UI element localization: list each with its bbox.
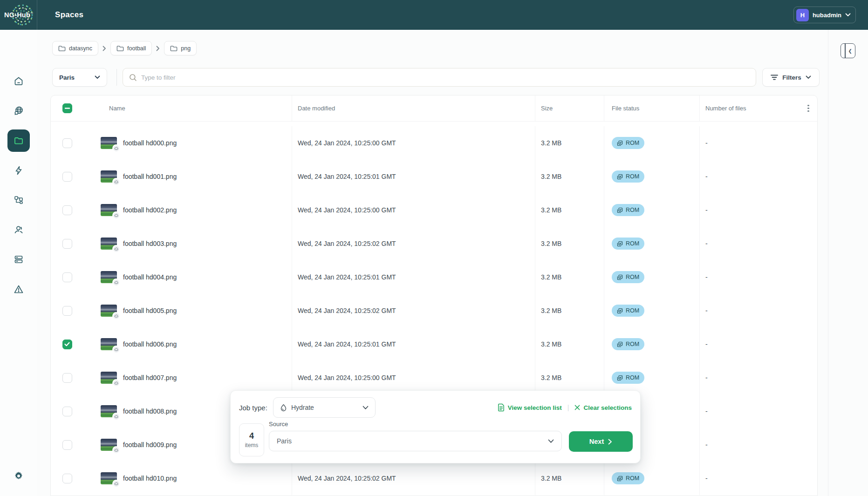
row-checkbox[interactable] bbox=[62, 239, 72, 249]
copy-check-icon bbox=[617, 341, 623, 347]
source-filter-dropdown[interactable]: Paris bbox=[52, 68, 107, 87]
file-name[interactable]: football hd002.png bbox=[123, 206, 177, 214]
file-size: 3.2 MB bbox=[535, 260, 604, 294]
sidebar-item-settings[interactable] bbox=[7, 465, 30, 487]
table-row: football hd010.pngWed, 24 Jan 2024, 10:2… bbox=[51, 462, 817, 495]
file-count: - bbox=[699, 394, 800, 428]
source-value: Paris bbox=[277, 437, 292, 445]
column-header-date-modified[interactable]: Date modified bbox=[298, 105, 335, 112]
sidebar-item-users[interactable] bbox=[7, 218, 30, 241]
users-icon bbox=[13, 224, 24, 235]
file-name[interactable]: football hd006.png bbox=[123, 340, 177, 348]
file-status-label: ROM bbox=[626, 307, 639, 314]
file-status-badge: ROM bbox=[612, 204, 644, 216]
file-size: 3.2 MB bbox=[535, 160, 604, 193]
column-header-number-of-files[interactable]: Number of files bbox=[705, 105, 746, 112]
select-all-checkbox[interactable] bbox=[62, 103, 72, 113]
user-menu[interactable]: H hubadmin bbox=[793, 7, 856, 23]
row-checkbox[interactable] bbox=[62, 172, 72, 182]
table-row: football hd003.pngWed, 24 Jan 2024, 10:2… bbox=[51, 227, 817, 260]
sidebar-item-jobs[interactable] bbox=[7, 159, 30, 182]
file-name[interactable]: football hd005.png bbox=[123, 307, 177, 314]
file-thumbnail bbox=[101, 204, 117, 216]
chevron-right-icon bbox=[608, 439, 612, 445]
row-checkbox[interactable] bbox=[62, 340, 72, 349]
avatar: H bbox=[796, 9, 809, 21]
row-checkbox[interactable] bbox=[62, 205, 72, 215]
file-count: - bbox=[699, 428, 800, 462]
breadcrumb-png[interactable]: png bbox=[164, 41, 197, 55]
row-checkbox[interactable] bbox=[62, 272, 72, 282]
column-header-file-status[interactable]: File status bbox=[612, 105, 639, 112]
search-icon bbox=[129, 74, 137, 82]
file-name[interactable]: football hd004.png bbox=[123, 273, 177, 281]
row-checkbox[interactable] bbox=[62, 440, 72, 450]
breadcrumb-label: football bbox=[127, 45, 146, 52]
row-checkbox[interactable] bbox=[62, 407, 72, 416]
cloud-status-badge bbox=[112, 413, 120, 421]
breadcrumb-datasync[interactable]: datasync bbox=[52, 41, 98, 55]
file-name[interactable]: football hd008.png bbox=[123, 408, 177, 415]
chevron-down-icon bbox=[845, 13, 851, 17]
breadcrumb-football[interactable]: football bbox=[110, 41, 152, 55]
file-count: - bbox=[699, 327, 800, 361]
row-checkbox[interactable] bbox=[62, 138, 72, 148]
next-button[interactable]: Next bbox=[569, 431, 633, 452]
cloud-status-badge bbox=[112, 446, 120, 454]
file-name[interactable]: football hd009.png bbox=[123, 441, 177, 448]
file-status-label: ROM bbox=[626, 341, 639, 347]
row-checkbox[interactable] bbox=[62, 306, 72, 316]
cloud-icon bbox=[114, 448, 119, 452]
table-options-menu-icon[interactable] bbox=[807, 105, 809, 112]
column-header-size[interactable]: Size bbox=[541, 105, 553, 112]
date-modified: Wed, 24 Jan 2024, 10:25:02 GMT bbox=[292, 227, 535, 260]
sidebar-item-alerts[interactable] bbox=[7, 278, 30, 300]
file-name[interactable]: football hd010.png bbox=[123, 475, 177, 482]
sidebar-item-discover[interactable] bbox=[7, 100, 30, 122]
sidebar-item-home[interactable] bbox=[7, 70, 30, 92]
chevron-down-icon bbox=[548, 439, 554, 443]
row-checkbox[interactable] bbox=[62, 373, 72, 383]
view-selection-list-link[interactable]: View selection list bbox=[498, 403, 562, 412]
search-input[interactable] bbox=[141, 74, 750, 81]
filters-button[interactable]: Filters bbox=[762, 68, 820, 87]
items-count: 4 bbox=[249, 431, 254, 441]
sidebar-item-integrations[interactable] bbox=[7, 189, 30, 211]
copy-check-icon bbox=[617, 174, 623, 180]
file-count: - bbox=[699, 160, 800, 193]
file-status-badge: ROM bbox=[612, 472, 644, 484]
app-logo[interactable]: NG-Hub™ bbox=[0, 0, 37, 30]
file-thumbnail bbox=[101, 439, 117, 451]
source-dropdown[interactable]: Paris bbox=[269, 431, 562, 451]
chevron-right-icon bbox=[156, 46, 160, 51]
table-row: football hd007.pngWed, 24 Jan 2024, 10:2… bbox=[51, 361, 817, 394]
file-name[interactable]: football hd007.png bbox=[123, 374, 177, 381]
file-thumbnail bbox=[101, 271, 117, 283]
droplet-icon bbox=[280, 404, 287, 411]
indeterminate-icon bbox=[65, 108, 70, 109]
column-header-name[interactable]: Name bbox=[109, 105, 125, 112]
table-row: football hd006.pngWed, 24 Jan 2024, 10:2… bbox=[51, 327, 817, 361]
file-name[interactable]: football hd001.png bbox=[123, 173, 177, 180]
date-modified: Wed, 24 Jan 2024, 10:25:01 GMT bbox=[292, 260, 535, 294]
filter-lines-icon bbox=[771, 75, 778, 80]
clear-selections-link[interactable]: Clear selections bbox=[574, 404, 632, 411]
cloud-icon bbox=[114, 314, 119, 318]
breadcrumb-label: datasync bbox=[69, 45, 92, 52]
date-modified: Wed, 24 Jan 2024, 10:25:01 GMT bbox=[292, 327, 535, 361]
servers-icon bbox=[13, 254, 24, 265]
row-checkbox[interactable] bbox=[62, 474, 72, 483]
file-name[interactable]: football hd000.png bbox=[123, 139, 177, 147]
cloud-icon bbox=[114, 482, 119, 485]
file-status-label: ROM bbox=[626, 475, 639, 482]
cloud-icon bbox=[114, 281, 119, 284]
file-status-label: ROM bbox=[626, 374, 639, 381]
chevron-down-icon bbox=[95, 75, 100, 79]
collapse-panel-button[interactable]: ❮ bbox=[841, 43, 855, 58]
sidebar-item-spaces[interactable] bbox=[7, 129, 30, 152]
file-name[interactable]: football hd003.png bbox=[123, 240, 177, 247]
job-type-dropdown[interactable]: Hydrate bbox=[273, 397, 376, 418]
file-size: 3.2 MB bbox=[535, 227, 604, 260]
date-modified: Wed, 24 Jan 2024, 10:25:01 GMT bbox=[292, 160, 535, 193]
sidebar-item-servers[interactable] bbox=[7, 248, 30, 271]
